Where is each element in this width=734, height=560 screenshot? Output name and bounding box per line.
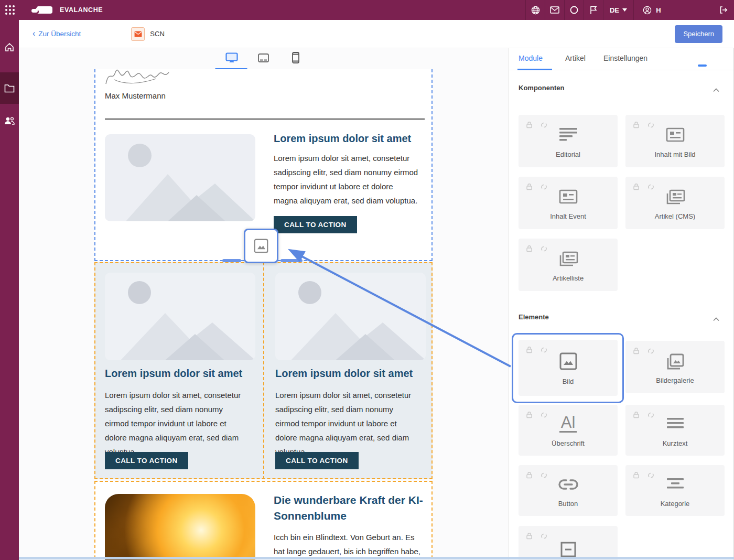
dragged-image-element-ghost[interactable] [244, 229, 278, 263]
email-module-article[interactable]: Die wunderbare Kraft der KI-Sonnenblume … [94, 481, 433, 560]
category-icon [625, 478, 725, 489]
language-selector[interactable]: DE [603, 0, 633, 20]
content-column: Lorem ipsum dolor sit amet Lorem ipsum d… [274, 132, 418, 233]
mobile-preview-tab[interactable] [292, 52, 299, 66]
component-card-inhalt-event[interactable]: Inhalt Event [519, 177, 618, 229]
newsletter-envelope-icon [131, 27, 145, 41]
placeholder-sun [298, 281, 321, 304]
column-divider [263, 262, 264, 479]
user-initial: H [656, 6, 661, 14]
tab-einstellungen[interactable]: Einstellungen [603, 54, 647, 62]
placeholder-sun [128, 281, 151, 304]
element-card-kurztext[interactable]: Kurztext [625, 405, 725, 456]
back-label: Zur Übersicht [38, 30, 81, 38]
module-heading[interactable]: Lorem ipsum dolor sit amet [275, 367, 413, 380]
editorial-icon [519, 127, 618, 141]
flag-icon[interactable] [584, 0, 603, 20]
card-label: Editorial [519, 150, 618, 158]
module-heading[interactable]: Lorem ipsum dolor sit amet [274, 132, 418, 145]
cta-button[interactable]: CALL TO ACTION [105, 452, 188, 469]
article-body-text[interactable]: Icch bin ein Blindtext. Von Geburt an. E… [274, 530, 427, 560]
chevron-up-icon[interactable] [713, 85, 719, 94]
image-gallery-icon [625, 353, 725, 370]
section-title-elemente: Elemente [519, 313, 549, 321]
editor-side-panel: Module Artikel Einstellungen Komponenten… [509, 48, 734, 560]
card-label: Kurztext [625, 439, 725, 447]
panel-scroll-indicator[interactable] [698, 64, 707, 67]
tab-module[interactable]: Module [519, 54, 543, 62]
module-heading[interactable]: Lorem ipsum dolor sit amet [105, 367, 242, 380]
card-label: Inhalt mit Bild [625, 150, 725, 158]
card-label: Kategorie [625, 500, 725, 508]
element-card-ueberschrift[interactable]: Al Überschrift [519, 405, 618, 456]
save-button[interactable]: Speichern [675, 25, 722, 43]
article-heading[interactable]: Die wunderbare Kraft der KI-Sonnenblume [274, 492, 427, 524]
card-label: Überschrift [519, 439, 618, 447]
sidebar-item-files[interactable] [0, 72, 19, 104]
document-chip[interactable]: SCN [131, 27, 164, 41]
short-text-icon [625, 417, 725, 429]
horizontal-scrollbar[interactable] [19, 557, 734, 559]
component-card-artikel-cms[interactable]: Artikel (CMS) [625, 177, 725, 229]
globe-icon[interactable] [525, 0, 545, 20]
component-card-artikelliste[interactable]: Artikelliste [519, 239, 618, 291]
apps-grid-icon[interactable] [5, 5, 15, 15]
divider-line [105, 119, 425, 120]
element-card-divider[interactable] [519, 526, 618, 560]
image-placeholder[interactable] [105, 273, 255, 360]
app-window: EVALANCHE DE [0, 0, 734, 560]
language-code: DE [610, 6, 619, 14]
document-title: SCN [150, 30, 164, 38]
section-title-komponenten: Komponenten [519, 84, 564, 92]
image-icon [254, 239, 268, 253]
card-label: Bildergalerie [625, 376, 725, 384]
column-right: Lorem ipsum dolor sit amet Lorem ipsum d… [275, 263, 426, 478]
image-placeholder[interactable] [105, 134, 255, 221]
device-preview-bar [19, 48, 509, 70]
component-card-editorial[interactable]: Editorial [519, 115, 618, 167]
card-label: Artikel (CMS) [625, 212, 725, 220]
module-body-text[interactable]: Lorem ipsum dolor sit amet, consetetur s… [275, 388, 418, 459]
mail-icon[interactable] [545, 0, 564, 20]
module-body-text[interactable]: Lorem ipsum dolor sit amet, consetetur s… [105, 388, 247, 459]
cta-button[interactable]: CALL TO ACTION [274, 216, 357, 233]
circle-status-icon[interactable] [564, 0, 584, 20]
sunflower-image[interactable] [105, 494, 255, 560]
content-column: Die wunderbare Kraft der KI-Sonnenblume … [274, 492, 427, 560]
content-with-image-icon [625, 127, 725, 142]
left-sidebar [0, 20, 19, 560]
element-card-kategorie[interactable]: Kategorie [625, 465, 725, 516]
logout-icon[interactable] [713, 0, 734, 20]
drop-indicator-segment [222, 259, 241, 262]
user-menu[interactable]: H [633, 0, 670, 20]
element-card-button[interactable]: Button [519, 465, 618, 516]
element-card-bildergalerie[interactable]: Bildergalerie [625, 341, 725, 393]
chevron-down-icon [622, 8, 627, 12]
back-to-overview-link[interactable]: ‹ Zur Übersicht [33, 30, 81, 38]
email-module-two-columns[interactable]: Lorem ipsum dolor sit amet Lorem ipsum d… [94, 262, 433, 479]
cta-button[interactable]: CALL TO ACTION [275, 452, 359, 469]
selected-element-highlight [512, 333, 624, 403]
folder-icon [4, 84, 15, 93]
topbar: EVALANCHE DE [0, 0, 734, 20]
signature-name[interactable]: Max Mustermann [105, 91, 166, 100]
desktop-preview-tab[interactable] [225, 52, 238, 66]
tablet-preview-tab[interactable] [258, 53, 269, 64]
home-icon [4, 42, 15, 52]
article-list-icon [519, 251, 618, 267]
component-card-inhalt-mit-bild[interactable]: Inhalt mit Bild [625, 115, 725, 167]
panel-tabs: Module Artikel Einstellungen [509, 48, 734, 70]
module-body-text[interactable]: Lorem ipsum dolor sit amet, consetetur s… [274, 151, 418, 208]
card-label: Inhalt Event [519, 212, 618, 220]
topbar-actions: DE H [525, 0, 734, 20]
sidebar-item-home[interactable] [0, 31, 19, 63]
evalanche-logo-icon[interactable] [30, 4, 55, 18]
sidebar-item-contacts[interactable] [0, 105, 19, 136]
lock-icon [526, 532, 533, 542]
chevron-left-icon: ‹ [33, 29, 35, 38]
tab-artikel[interactable]: Artikel [565, 54, 586, 62]
signature-scribble[interactable] [104, 69, 172, 90]
chevron-up-icon[interactable] [713, 314, 719, 324]
image-placeholder[interactable] [275, 273, 426, 360]
document-toolbar: ‹ Zur Übersicht SCN Speichern [19, 20, 734, 48]
